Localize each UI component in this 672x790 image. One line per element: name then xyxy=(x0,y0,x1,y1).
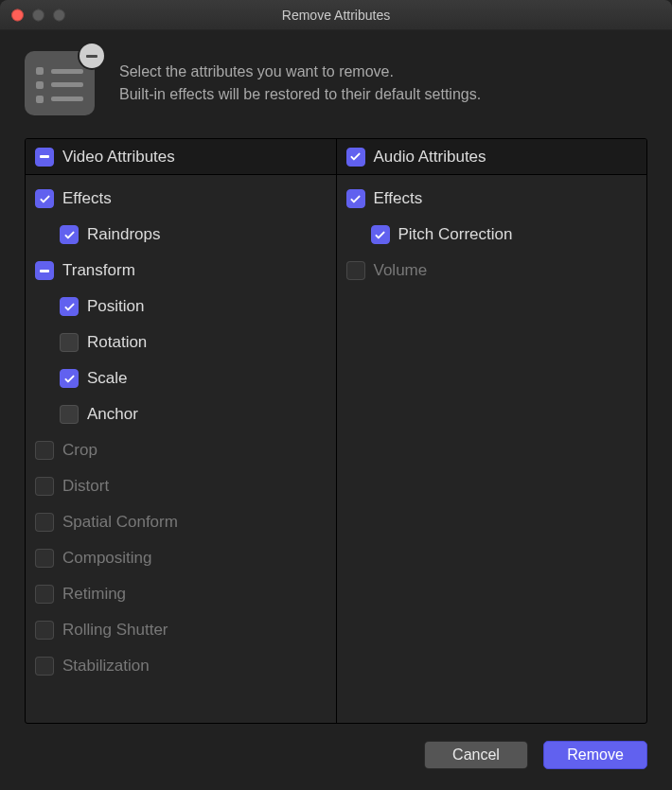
attribute-checkbox xyxy=(35,513,54,532)
video-attributes-header: Video Attributes xyxy=(26,139,336,175)
video-attributes-label: Video Attributes xyxy=(62,148,175,167)
list-item: Distort xyxy=(26,468,336,504)
attribute-checkbox[interactable] xyxy=(60,405,79,424)
attribute-label: Rolling Shutter xyxy=(62,621,168,640)
list-item: Spatial Conform xyxy=(26,504,336,540)
attribute-label: Distort xyxy=(62,477,109,496)
attribute-label: Raindrops xyxy=(87,225,161,244)
list-item: Effects xyxy=(337,181,647,217)
attribute-checkbox xyxy=(35,585,54,604)
list-item: Retiming xyxy=(26,576,336,612)
attribute-label: Retiming xyxy=(62,585,126,604)
attribute-label: Effects xyxy=(62,189,112,208)
attribute-label: Compositing xyxy=(62,549,152,568)
video-attributes-checkbox[interactable] xyxy=(35,148,54,167)
window-title: Remove Attributes xyxy=(282,8,390,23)
attribute-label: Spatial Conform xyxy=(62,513,178,532)
remove-attributes-window: Remove Attributes Select the attributes … xyxy=(0,0,672,790)
audio-attributes-header: Audio Attributes xyxy=(337,139,647,175)
attribute-label: Stabilization xyxy=(62,657,150,676)
zoom-window-button[interactable] xyxy=(53,9,65,21)
attribute-checkbox[interactable] xyxy=(60,297,79,316)
list-item: Transform xyxy=(26,253,336,289)
remove-attributes-icon xyxy=(25,51,95,115)
attribute-label: Volume xyxy=(374,261,428,280)
remove-button[interactable]: Remove xyxy=(543,741,647,769)
attribute-checkbox[interactable] xyxy=(60,369,79,388)
attribute-label: Rotation xyxy=(87,333,147,352)
list-item: Crop xyxy=(26,432,336,468)
window-controls xyxy=(11,9,65,21)
close-window-button[interactable] xyxy=(11,9,24,21)
attribute-label: Transform xyxy=(62,261,135,280)
list-item: Compositing xyxy=(26,540,336,576)
list-item: Anchor xyxy=(26,396,336,432)
audio-attributes-column: Audio Attributes EffectsPitch Correction… xyxy=(337,139,647,723)
attribute-checkbox xyxy=(35,621,54,640)
attribute-checkbox[interactable] xyxy=(35,189,54,208)
attribute-label: Scale xyxy=(87,369,128,388)
list-item: Position xyxy=(26,289,336,325)
header: Select the attributes you want to remove… xyxy=(0,30,672,138)
list-item: Scale xyxy=(26,360,336,396)
attribute-checkbox[interactable] xyxy=(346,189,365,208)
list-item: Rotation xyxy=(26,325,336,360)
titlebar: Remove Attributes xyxy=(0,0,672,30)
attribute-checkbox[interactable] xyxy=(60,333,79,352)
list-item: Raindrops xyxy=(26,217,336,253)
attribute-checkbox[interactable] xyxy=(60,225,79,244)
audio-attributes-checkbox[interactable] xyxy=(346,148,365,167)
video-attributes-list: EffectsRaindropsTransformPositionRotatio… xyxy=(26,175,336,690)
minus-badge-icon xyxy=(80,44,104,68)
attribute-checkbox xyxy=(35,477,54,496)
header-text: Select the attributes you want to remove… xyxy=(119,61,481,106)
video-attributes-column: Video Attributes EffectsRaindropsTransfo… xyxy=(26,139,337,723)
attribute-label: Crop xyxy=(62,441,97,460)
list-item: Volume xyxy=(337,253,647,289)
attribute-checkbox xyxy=(35,441,54,460)
attribute-checkbox xyxy=(346,261,365,280)
attribute-checkbox[interactable] xyxy=(371,225,390,244)
cancel-button[interactable]: Cancel xyxy=(424,741,528,769)
attribute-label: Position xyxy=(87,297,144,316)
attribute-label: Effects xyxy=(374,189,423,208)
header-line-2: Built-in effects will be restored to the… xyxy=(119,83,481,106)
attribute-label: Pitch Correction xyxy=(398,225,513,244)
audio-attributes-label: Audio Attributes xyxy=(374,148,486,167)
footer: Cancel Remove xyxy=(0,724,672,790)
attribute-checkbox[interactable] xyxy=(35,261,54,280)
attribute-label: Anchor xyxy=(87,405,138,424)
attribute-checkbox xyxy=(35,549,54,568)
attribute-checkbox xyxy=(35,657,54,676)
attributes-panel: Video Attributes EffectsRaindropsTransfo… xyxy=(25,138,647,724)
minimize-window-button[interactable] xyxy=(32,9,44,21)
list-item: Stabilization xyxy=(26,648,336,684)
header-line-1: Select the attributes you want to remove… xyxy=(119,61,481,83)
audio-attributes-list: EffectsPitch CorrectionVolume xyxy=(337,175,647,294)
list-item: Rolling Shutter xyxy=(26,612,336,648)
list-item: Pitch Correction xyxy=(337,217,647,253)
list-item: Effects xyxy=(26,181,336,217)
